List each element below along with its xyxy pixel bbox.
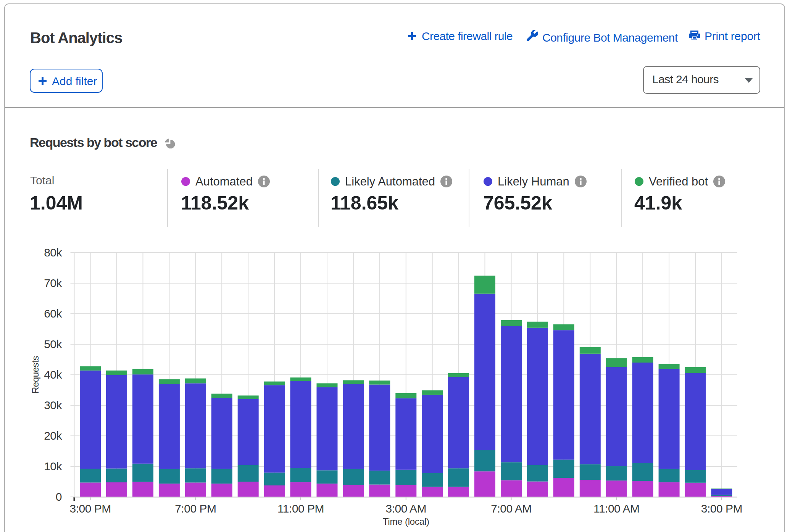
svg-text:10k: 10k	[44, 460, 62, 472]
svg-text:30k: 30k	[44, 399, 62, 411]
svg-text:40k: 40k	[44, 368, 62, 381]
svg-text:3:00 PM: 3:00 PM	[701, 502, 742, 515]
svg-text:20k: 20k	[44, 429, 62, 442]
svg-text:80k: 80k	[44, 246, 62, 259]
svg-text:70k: 70k	[44, 277, 62, 289]
svg-text:11:00 PM: 11:00 PM	[277, 502, 324, 515]
svg-text:Requests: Requests	[30, 356, 40, 394]
svg-text:7:00 PM: 7:00 PM	[175, 502, 216, 515]
svg-text:3:00 PM: 3:00 PM	[69, 502, 111, 515]
svg-text:11:00 AM: 11:00 AM	[593, 502, 640, 515]
svg-text:60k: 60k	[44, 307, 62, 320]
svg-text:3:00 AM: 3:00 AM	[386, 502, 427, 515]
svg-text:50k: 50k	[44, 338, 62, 350]
svg-text:7:00 AM: 7:00 AM	[491, 502, 532, 515]
svg-text:0: 0	[56, 490, 62, 503]
svg-text:Time (local): Time (local)	[383, 516, 429, 527]
